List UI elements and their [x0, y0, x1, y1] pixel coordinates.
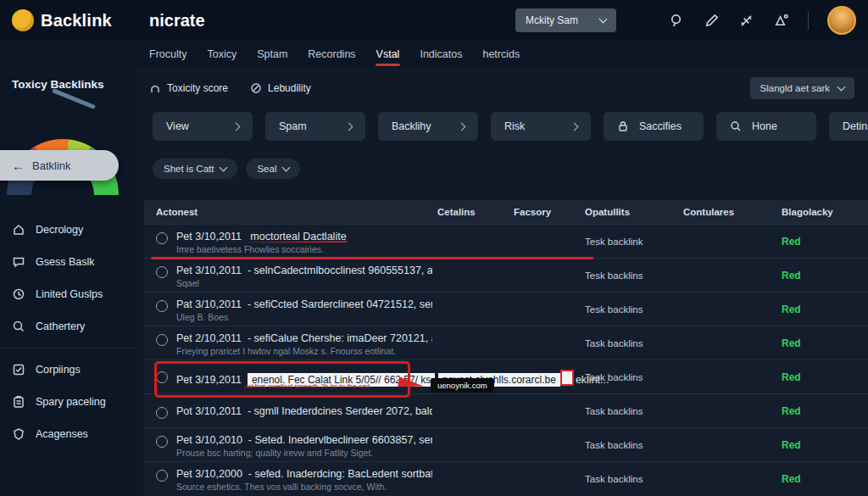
row-date: Pet 3/10,2000 [176, 468, 242, 480]
back-button[interactable]: ← Batklink [0, 150, 119, 181]
filter-hone[interactable]: Hone [716, 112, 816, 141]
search-icon[interactable] [669, 13, 685, 29]
row-radio[interactable] [156, 334, 168, 346]
annotation-red-line [151, 257, 593, 259]
chip-label: Toxicity score [167, 82, 228, 94]
row-radio[interactable] [156, 232, 168, 244]
filter-spam[interactable]: Spam [265, 112, 365, 141]
tab-recordins[interactable]: Recordins [308, 48, 355, 60]
tab-sptam[interactable]: Sptam [257, 48, 287, 60]
table-row[interactable]: Pet 3/10,2011 - selnCadectmlbocclinest 9… [144, 258, 868, 292]
filter-label: Backlihy [392, 120, 431, 132]
status-badge: Red [782, 405, 868, 417]
chip-toxicity-score[interactable]: Toxicity score [149, 82, 228, 94]
row-subtext: Sqael [176, 278, 432, 288]
tab-froculty[interactable]: Froculty [149, 48, 186, 60]
pill-shet-is-catt[interactable]: Shet is Catt [153, 159, 237, 179]
sidebar-item-label: Linited Guslps [36, 288, 103, 300]
row-backlink-type: Tesk backlins [585, 270, 683, 281]
row-backlink-type: Task backlins [585, 338, 683, 348]
filter-backlihy[interactable]: Backlihy [378, 112, 478, 141]
table-row[interactable]: Pet 3/10,2011 moctorteal Dactlalite Imre… [144, 224, 868, 258]
sidebar-item-label: Gsess Baslk [36, 256, 94, 268]
row-radio[interactable] [156, 470, 168, 482]
sidebar-item-decrology[interactable]: Decrology [0, 214, 136, 246]
column-header[interactable]: Cetalins [437, 207, 514, 217]
row-subtext: Uleg B. Boes [176, 312, 432, 322]
column-header[interactable]: Contulares [683, 207, 782, 217]
row-radio[interactable] [156, 407, 168, 419]
search-icon [730, 120, 742, 132]
filter-label: Hone [752, 120, 777, 132]
filter-view[interactable]: View [153, 112, 253, 141]
tab-toxicy[interactable]: Toxicy [207, 48, 236, 60]
table-row[interactable]: Pat 3/10,2011 - sefiCcted Sarderclineet … [144, 292, 868, 326]
status-badge: Red [782, 304, 868, 315]
table-row[interactable]: Pot 3/10,2011 - sgmll Inederdcines Serde… [144, 393, 868, 427]
filter-risk[interactable]: Risk [491, 112, 591, 141]
filter-detinst[interactable]: Detinst [829, 112, 868, 141]
search-icon [12, 320, 25, 333]
row-text: - sgmll Inederdcines Serdeer 2072, baldl… [248, 405, 432, 417]
sidebar-item-acagenses[interactable]: Acagenses [0, 418, 136, 450]
sidebar-menu: Decrology Gsess Baslk Linited Guslps Cat… [0, 214, 136, 450]
table-row[interactable]: Pet 3/10,2000 - sefed. Inaderdcing: BacL… [144, 461, 868, 495]
sort-dropdown[interactable]: Slangld aet sark [750, 77, 854, 99]
edit-pencil-icon[interactable] [704, 13, 720, 29]
row-date: Pet 3/19,2011 [176, 374, 242, 386]
avatar[interactable] [827, 6, 856, 35]
row-text: - sefiCalue Chershe: imaDeer 720121, arr… [248, 332, 432, 344]
chevron-right-icon [570, 122, 579, 131]
column-header[interactable]: Facsory [514, 207, 585, 217]
app-window: Backlink nicrate Mckity Sam Fr [0, 0, 868, 496]
filter-saccifies[interactable]: Saccifies [604, 112, 704, 141]
column-header[interactable]: Opatullits [585, 207, 683, 217]
column-header[interactable]: Blagolacky [782, 207, 868, 217]
status-badge: Red [782, 236, 868, 248]
table-row-highlighted[interactable]: Pet 3/19,2011 enenol. Fec Calat Link 5/0… [144, 359, 868, 393]
tab-hetrcids[interactable]: hetrcids [482, 48, 520, 60]
sidebar-item-label: Decrology [36, 224, 83, 236]
user-dropdown[interactable]: Mckity Sam [515, 8, 616, 32]
chevron-down-icon [220, 164, 228, 172]
chevron-right-icon [345, 122, 353, 131]
status-badge: Red [782, 371, 868, 383]
row-subtext: Imre baetivetess Fhowlies soccairies. [176, 244, 347, 254]
row-radio[interactable] [156, 300, 168, 312]
table-row[interactable]: Pet 3/10,2010 - Seted. Inedervlbeclineer… [144, 427, 868, 461]
tab-bar: Froculty Toxicy Sptam Recordins Vstal In… [136, 41, 868, 67]
circle-slash-icon [250, 82, 262, 94]
divider [808, 11, 809, 30]
chevron-right-icon [232, 122, 241, 131]
sidebar-item-linited-guslps[interactable]: Linited Guslps [0, 278, 136, 310]
sidebar-item-cathertery[interactable]: Cathertery [0, 310, 136, 343]
sidebar-item-label: Cathertery [36, 320, 85, 332]
alert-icon[interactable] [773, 13, 789, 29]
row-radio[interactable] [156, 266, 168, 278]
table-row[interactable]: Pet 2/10,2011 - sefiCalue Chershe: imaDe… [144, 326, 868, 359]
tab-indicatos[interactable]: Indicatos [420, 48, 462, 60]
brand-logo[interactable]: Backlink [0, 9, 136, 31]
pill-label: Shet is Catt [164, 164, 214, 174]
tab-vstal-active[interactable]: Vstal [376, 48, 400, 60]
row-date: Pet 3/10,2010 [176, 434, 242, 446]
table-header: Actonest Cetalins Facsory Opatullits Con… [144, 200, 868, 224]
page-title: nicrate [149, 11, 205, 31]
row-backlink-type: Task backlins [585, 440, 683, 450]
chip-lebudility[interactable]: Lebudility [250, 82, 311, 94]
sidebar-item-gsess-baslk[interactable]: Gsess Baslk [0, 246, 136, 278]
column-header[interactable]: Actonest [144, 207, 437, 217]
sidebar-item-spary-paceling[interactable]: Spary paceling [0, 386, 136, 418]
backlinks-table: Actonest Cetalins Facsory Opatullits Con… [144, 200, 868, 496]
sidebar-item-label: Acagenses [36, 428, 88, 440]
arrow-left-icon: ← [12, 159, 25, 172]
row-marked-text: moctorteal Dactlalite [250, 231, 346, 242]
row-subtext: Source eshetics. Thes vos valli backing … [176, 482, 432, 492]
pill-seal[interactable]: Seal [246, 159, 300, 179]
row-radio[interactable] [156, 436, 168, 448]
row-text: - sefed. Inaderdcing: BacLedent sortbati… [248, 468, 432, 480]
sidebar-item-corpiings[interactable]: Corpiings [0, 354, 136, 386]
pills-row: Shet is Catt Seal [153, 159, 300, 179]
link-slash-icon[interactable] [738, 13, 754, 29]
row-radio[interactable] [156, 371, 168, 383]
